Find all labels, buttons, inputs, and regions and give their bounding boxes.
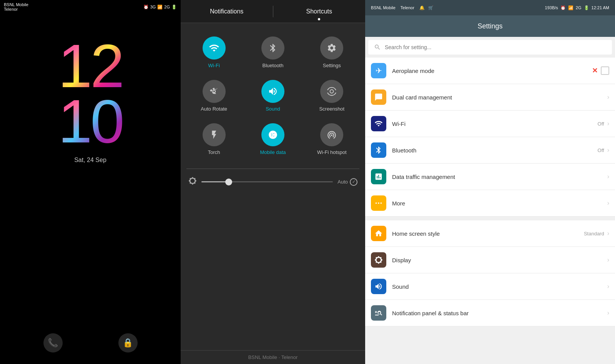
lock-time: 12 10 Sat, 24 Sep xyxy=(58,38,123,164)
notifpanel-chevron: › xyxy=(607,309,609,316)
shortcut-sound[interactable]: Sound xyxy=(243,74,302,117)
autorotate-icon-circle xyxy=(203,80,226,103)
settings-network: Telenor xyxy=(401,5,414,10)
signal-2g-icon: 2G xyxy=(164,5,170,9)
status-notification-icon: 🔔 xyxy=(419,5,425,10)
screenshot-label: Screenshot xyxy=(319,106,344,112)
aeroplane-title: Aeroplane mode xyxy=(392,68,586,74)
notifpanel-icon xyxy=(371,305,386,321)
aeroplane-content: Aeroplane mode xyxy=(392,68,586,74)
lock-status-icons: ⏰ 3G 📶 2G 🔋 xyxy=(143,5,177,10)
shortcuts-grid: Wi-Fi Bluetooth Settings xyxy=(181,23,365,169)
settings-status-left: BSNL Mobile Telenor 🔔 🛒 xyxy=(371,5,434,10)
brightness-icon xyxy=(188,177,197,187)
more-right: › xyxy=(607,200,609,207)
dualcard-title: Dual card management xyxy=(392,94,602,101)
settings-2g-icon: 2G xyxy=(576,5,582,10)
settings-item-notifpanel[interactable]: Notification panel & status bar › xyxy=(365,300,615,326)
display-icon xyxy=(371,252,386,268)
settings-search-container xyxy=(368,40,612,55)
aeroplane-checkbox[interactable] xyxy=(601,66,609,75)
shortcut-settings[interactable]: Settings xyxy=(303,31,361,74)
settings-item-more[interactable]: More › xyxy=(365,190,615,217)
display-content: Display xyxy=(392,257,602,263)
bluetooth-settings-icon xyxy=(371,142,386,158)
brightness-auto-check: ✓ xyxy=(350,178,357,186)
tab-shortcuts[interactable]: Shortcuts xyxy=(273,0,366,23)
settings-status-right: 193B/s ⏰ 📶 2G 🔋 12:21 AM xyxy=(545,5,609,10)
wifi-settings-right: Off › xyxy=(598,120,609,127)
status-store-icon: 🛒 xyxy=(428,5,434,10)
settings-title: Settings xyxy=(365,15,615,37)
settings-item-datatraffic[interactable]: Data traffic management › xyxy=(365,164,615,190)
svg-point-1 xyxy=(376,202,377,204)
sound-label: Sound xyxy=(266,106,280,112)
settings-item-homescreen[interactable]: Home screen style Standard › xyxy=(365,220,615,247)
homescreen-value: Standard xyxy=(584,231,604,237)
svg-point-0 xyxy=(213,90,215,93)
aeroplane-close-icon[interactable]: ✕ xyxy=(592,66,598,75)
homescreen-icon xyxy=(371,226,386,241)
aeroplane-controls: ✕ xyxy=(592,66,609,75)
wifi-status-value: Off xyxy=(598,121,604,127)
shortcut-wifi[interactable]: Wi-Fi xyxy=(184,31,243,74)
brightness-slider[interactable] xyxy=(201,181,333,182)
bluetooth-status-value: Off xyxy=(598,147,604,153)
dualcard-chevron: › xyxy=(607,94,609,101)
brightness-auto-label: Auto xyxy=(337,179,348,185)
aeroplane-icon: ✈ xyxy=(371,63,386,78)
search-icon xyxy=(374,44,381,51)
shortcut-mobiledata[interactable]: Mobile data xyxy=(243,117,302,161)
settings-signal-icon: 📶 xyxy=(568,5,573,10)
notifpanel-content: Notification panel & status bar xyxy=(392,310,602,316)
bluetooth-settings-content: Bluetooth xyxy=(392,147,592,154)
shortcut-hotspot[interactable]: Wi-Fi hotspot xyxy=(303,117,361,161)
sound-chevron: › xyxy=(607,283,609,290)
settings-item-bluetooth[interactable]: Bluetooth Off › xyxy=(365,137,615,164)
settings-status-bar: BSNL Mobile Telenor 🔔 🛒 193B/s ⏰ 📶 2G 🔋 … xyxy=(365,0,615,15)
lock-bottom-actions: 📞 🔒 xyxy=(0,333,181,352)
svg-point-3 xyxy=(381,202,382,204)
lock-carrier: BSNL Mobile Telenor xyxy=(4,2,28,12)
settings-item-wifi[interactable]: Wi-Fi Off › xyxy=(365,111,615,137)
lock-date: Sat, 24 Sep xyxy=(58,157,123,164)
settings-item-dualcard[interactable]: Dual card management › xyxy=(365,84,615,111)
wifi-settings-content: Wi-Fi xyxy=(392,121,592,127)
bluetooth-settings-title: Bluetooth xyxy=(392,147,592,154)
shortcut-bluetooth[interactable]: Bluetooth xyxy=(243,31,302,74)
settings-carrier: BSNL Mobile xyxy=(371,5,396,10)
wifi-icon-circle xyxy=(203,36,226,60)
tab-notifications[interactable]: Notifications xyxy=(181,0,273,23)
datatraffic-chevron: › xyxy=(607,173,609,180)
notifications-panel: Notifications Shortcuts Wi-Fi Bluetooth xyxy=(181,0,365,364)
settings-label: Settings xyxy=(323,63,341,68)
sound-icon-circle xyxy=(261,80,284,103)
torch-label: Torch xyxy=(208,149,220,155)
shortcut-screenshot[interactable]: Screenshot xyxy=(303,74,361,117)
shortcut-autorotate[interactable]: Auto Rotate xyxy=(184,74,243,117)
sound-settings-icon xyxy=(371,279,386,294)
unlock-button[interactable]: 🔒 xyxy=(118,333,138,352)
shortcut-torch[interactable]: Torch xyxy=(184,117,243,161)
sound-settings-title: Sound xyxy=(392,283,602,290)
settings-alarm-icon: ⏰ xyxy=(560,5,566,10)
lock-minute: 10 xyxy=(58,94,123,149)
lock-network-name: Telenor xyxy=(4,7,28,12)
signal-bars-icon: 📶 xyxy=(157,5,163,10)
signal-3g-icon: 3G xyxy=(150,5,156,9)
settings-item-display[interactable]: Display › xyxy=(365,247,615,273)
phone-button[interactable]: 📞 xyxy=(43,333,63,352)
brightness-fill xyxy=(201,181,228,182)
panel-footer: BSNL Mobile · Telenor xyxy=(181,350,365,364)
search-input[interactable] xyxy=(385,44,606,50)
lock-screen: BSNL Mobile Telenor ⏰ 3G 📶 2G 🔋 12 10 Sa… xyxy=(0,0,181,364)
mobiledata-icon-circle xyxy=(261,123,284,146)
brightness-thumb[interactable] xyxy=(225,179,232,185)
bluetooth-chevron: › xyxy=(607,147,609,154)
dualcard-content: Dual card management xyxy=(392,94,602,101)
brightness-auto[interactable]: Auto ✓ xyxy=(337,178,357,186)
settings-item-aeroplane[interactable]: ✈ Aeroplane mode ✕ xyxy=(365,58,615,84)
settings-item-sound[interactable]: Sound › xyxy=(365,273,615,300)
display-title: Display xyxy=(392,257,602,263)
wifi-settings-icon xyxy=(371,116,386,131)
